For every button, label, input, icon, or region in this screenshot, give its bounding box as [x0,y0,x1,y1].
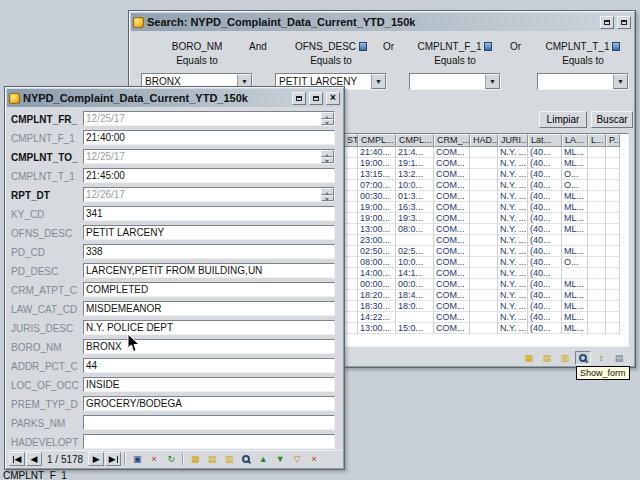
column-header[interactable]: CMPL... [358,134,396,147]
column-header[interactable]: HAD... [470,134,498,147]
go-first-button[interactable]: ◀ [9,452,25,466]
table-row[interactable]: 19:00...19:1...COM...N.Y. ...(40...ML... [344,158,620,169]
field-input[interactable]: 21:45:00 [83,168,335,183]
field-input[interactable]: MISDEMEANOR [83,301,335,316]
column-header[interactable]: LA... [562,134,588,147]
table-cell: (40... [528,323,562,334]
column-header[interactable]: ST [344,134,358,147]
form-window-titlebar[interactable]: NYPD_Complaint_Data_Current_YTD_150k × [7,89,342,107]
search-window-titlebar[interactable]: Search: NYPD_Complaint_Data_Current_YTD_… [131,13,633,31]
delete-record-icon[interactable]: × [306,452,322,466]
restore-button[interactable] [600,16,614,29]
chevron-down-icon[interactable]: ▼ [613,74,628,89]
column-header[interactable]: P... [606,134,620,147]
field-label: PD_CD [11,247,45,258]
search-button[interactable]: Buscar [591,111,633,128]
table-row[interactable]: 13:00...08:0...COM...N.Y. ...(40...ML... [344,224,620,235]
sort-ascending-icon[interactable]: ▲ [255,452,271,466]
clear-button[interactable]: Limpiar [539,111,587,128]
table-cell [588,290,606,301]
joiner-or-1[interactable]: Or [383,41,394,52]
column-header[interactable]: JURI... [498,134,528,147]
design-view-icon[interactable]: ▤ [539,351,555,365]
field-input[interactable]: 44 [83,358,335,373]
table-row[interactable]: 14:22...COM...N.Y. ...(40...ML... [344,312,620,323]
table-row[interactable]: 13:15...13:2...COM...N.Y. ...(40...O... [344,169,620,180]
go-previous-button[interactable]: ◀ [26,452,42,466]
refresh-icon[interactable]: ↻ [163,452,179,466]
field-options-icon[interactable] [612,42,620,51]
field-input[interactable] [83,415,335,430]
joiner-or-2[interactable]: Or [510,41,521,52]
query-view-icon[interactable]: ▤ [204,452,220,466]
spinner-icon[interactable] [321,188,334,201]
criterion-condition[interactable]: Equals to [275,55,387,66]
column-header[interactable]: L... [588,134,606,147]
cancel-changes-icon[interactable]: × [146,452,162,466]
table-row[interactable]: 00:30...01:3...COM...N.Y. ...(40...ML... [344,191,620,202]
criterion-condition[interactable]: Equals to [409,55,501,66]
export-icon[interactable]: ▤ [611,351,627,365]
field-input[interactable]: 21:40:00 [83,130,335,145]
field-input[interactable]: COMPLETED [83,282,335,297]
go-last-button[interactable]: ▶ [105,452,121,466]
table-row[interactable]: 14:00...14:1...COM...N.Y. ...(40... [344,268,620,279]
table-row[interactable]: 21:40...21:4...COM...N.Y. ...(40...ML... [344,147,620,158]
restore-button[interactable] [292,92,306,105]
table-row[interactable]: 13:00...15:0...COM...N.Y. ...(40...ML... [344,323,620,334]
criterion-condition[interactable]: Equals to [537,55,629,66]
cmplnt-t-combo[interactable]: ▼ [537,73,629,90]
table-row[interactable]: 00:00...00:0...COM...N.Y. ...(40...ML... [344,279,620,290]
column-header[interactable]: CMPL... [396,134,434,147]
table-view-icon[interactable]: ▦ [187,452,203,466]
table-row[interactable]: 08:00...10:0...COM...N.Y. ...(40...O... [344,257,620,268]
maximize-button[interactable] [309,92,323,105]
find-icon[interactable] [238,452,254,466]
refresh-results-icon[interactable]: ↕ [593,351,609,365]
field-input[interactable]: BRONX [83,339,335,354]
spinner-icon[interactable] [321,150,334,163]
table-cell [606,202,620,213]
chevron-down-icon[interactable]: ▼ [371,74,386,89]
close-icon[interactable]: × [326,92,340,105]
save-record-icon[interactable]: ▣ [129,452,145,466]
criterion-condition[interactable]: Equals to [141,55,253,66]
table-row[interactable]: 18:20...18:4...COM...N.Y. ...(40...ML... [344,290,620,301]
table-row[interactable]: 18:30...18:0...COM...N.Y. ...(40...ML... [344,301,620,312]
field-input[interactable]: INSIDE [83,377,335,392]
filter-icon[interactable]: ▽ [289,452,305,466]
field-input[interactable]: 341 [83,206,335,221]
field-input[interactable]: 12/25/17 [83,111,335,126]
new-record-icon[interactable]: ▥ [557,351,573,365]
field-input[interactable]: PETIT LARCENY [83,225,335,240]
spinner-icon[interactable] [321,112,334,125]
field-input[interactable]: 338 [83,244,335,259]
table-row[interactable]: 19:00...16:3...COM...N.Y. ...(40...ML... [344,202,620,213]
field-input[interactable]: GROCERY/BODEGA [83,396,335,411]
go-next-button[interactable]: ▶ [88,452,104,466]
column-header[interactable]: Lat... [528,134,562,147]
joiner-and[interactable]: And [249,41,267,52]
sort-descending-icon[interactable]: ▼ [272,452,288,466]
cmplnt-f-combo[interactable]: ▼ [409,73,501,90]
field-input[interactable]: N.Y. POLICE DEPT [83,320,335,335]
table-row[interactable]: 23:00...COM...N.Y. ...(40... [344,235,620,246]
field-input[interactable] [83,434,335,449]
field-input[interactable]: 12/25/17 [83,149,335,164]
chevron-down-icon[interactable]: ▼ [485,74,500,89]
field-input[interactable]: 12/26/17 [83,187,335,202]
table-cell [344,158,358,169]
field-options-icon[interactable] [484,42,492,51]
field-input[interactable]: LARCENY,PETIT FROM BUILDING,UN [83,263,335,278]
column-header[interactable]: CRM_... [434,134,470,147]
show-form-icon[interactable] [575,351,591,365]
field-options-icon[interactable] [359,42,367,51]
table-cell: 10:0... [396,257,434,268]
datasheet-view-icon[interactable]: ▦ [521,351,537,365]
maximize-button[interactable] [617,16,631,29]
form-field-row: CMPLNT_TO_ 12/25/17 [5,149,344,166]
table-row[interactable]: 19:00...19:3...COM...N.Y. ...(40...ML... [344,213,620,224]
table-row[interactable]: 07:00...10:0...COM...N.Y. ...(40...O... [344,180,620,191]
table-row[interactable]: 02:50...02:5...COM...N.Y. ...(40...ML... [344,246,620,257]
sql-view-icon[interactable]: ▥ [221,452,237,466]
